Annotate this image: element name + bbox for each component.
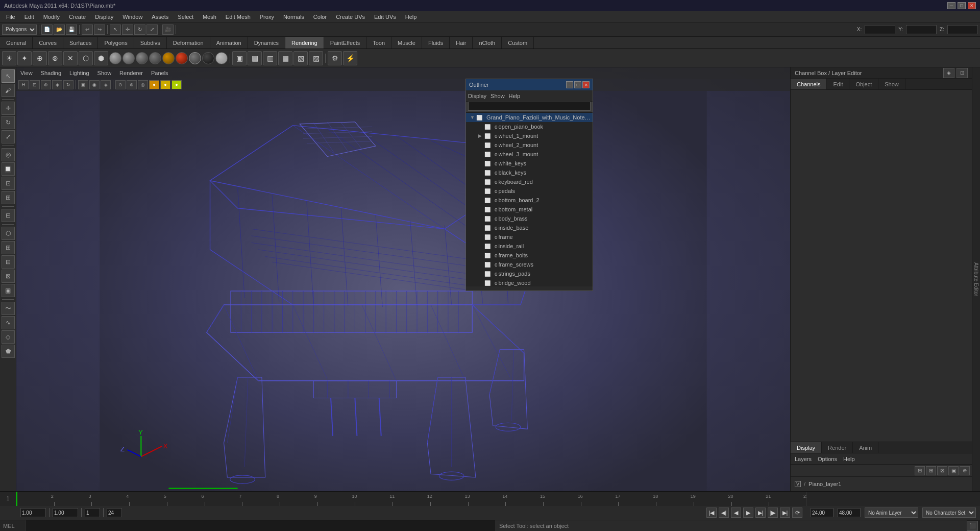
shelf-icon-4[interactable]: ⊗: [48, 51, 62, 65]
layers-icon-2[interactable]: ⊞: [926, 466, 936, 475]
ch-tab-channels[interactable]: Channels: [791, 79, 827, 89]
mode-selector[interactable]: Polygons: [2, 25, 37, 35]
ch-icon-2[interactable]: ⊡: [957, 68, 968, 78]
tab-polygons[interactable]: Polygons: [98, 37, 134, 49]
z-coord-input[interactable]: [947, 25, 978, 34]
outliner-item-11[interactable]: ⬜o body_brass: [466, 214, 593, 223]
shelf-icon-misc1[interactable]: ⚙: [328, 51, 342, 65]
mel-extra-btn[interactable]: ⬛: [967, 521, 978, 531]
ch-tab-show[interactable]: Show: [878, 79, 905, 89]
loop-button[interactable]: ⟳: [792, 508, 802, 518]
outliner-item-16[interactable]: ⬜o frame_screws: [466, 260, 593, 269]
vp-btn-1[interactable]: H: [18, 80, 29, 89]
character-set-select[interactable]: No Character Set: [922, 508, 976, 518]
vp-btn-2[interactable]: ⊡: [30, 80, 40, 89]
end-frame-input[interactable]: [107, 508, 122, 517]
shelf-icon-sphere9[interactable]: [215, 52, 228, 64]
tab-curves[interactable]: Curves: [33, 37, 63, 49]
frame-step-input[interactable]: [85, 508, 100, 517]
shelf-icon-render4[interactable]: ▦: [278, 51, 292, 65]
shelf-icon-sphere3[interactable]: [136, 52, 148, 64]
view-tool2[interactable]: ⊞: [2, 241, 15, 254]
tab-toon[interactable]: Toon: [366, 37, 391, 49]
outliner-item-12[interactable]: ⬜o inside_base: [466, 223, 593, 232]
vp-textured[interactable]: ◈: [101, 80, 111, 89]
shelf-icon-1[interactable]: ☀: [2, 51, 16, 65]
tab-fluids[interactable]: Fluids: [422, 37, 450, 49]
ch-tab-object[interactable]: Object: [849, 79, 878, 89]
timeline-ruler[interactable]: 12345678910111213141516171819202122: [16, 492, 806, 506]
menu-normals[interactable]: Normals: [279, 13, 308, 21]
viewport-menu-panels[interactable]: Panels: [151, 70, 168, 76]
menu-select[interactable]: Select: [174, 13, 198, 21]
shelf-icon-render6[interactable]: ▨: [309, 51, 323, 65]
play-button[interactable]: ▶: [743, 508, 753, 518]
surface-tool[interactable]: ∿: [2, 316, 15, 329]
shelf-icon-sphere4[interactable]: [149, 52, 161, 64]
tab-custom[interactable]: Custom: [502, 37, 534, 49]
shelf-icon-misc2[interactable]: ⚡: [343, 51, 357, 65]
outliner-item-10[interactable]: ⬜o bottom_metal: [466, 205, 593, 214]
outliner-item-5[interactable]: ⬜o white_keys: [466, 159, 593, 168]
layers-menu-help[interactable]: Help: [843, 456, 855, 462]
show-manipulator[interactable]: ⊟: [2, 209, 15, 222]
shelf-icon-sphere[interactable]: [109, 52, 121, 64]
rotate-tool[interactable]: ↻: [2, 116, 15, 129]
lasso-tool[interactable]: ⊡: [2, 177, 15, 190]
shelf-icon-5[interactable]: ✕: [63, 51, 78, 65]
move-tool[interactable]: ✛: [2, 102, 15, 115]
outliner-scrollbar[interactable]: [466, 286, 593, 291]
menu-help[interactable]: Help: [401, 13, 421, 21]
menu-color[interactable]: Color: [309, 13, 331, 21]
menu-window[interactable]: Window: [118, 13, 146, 21]
playback-speed-input[interactable]: [53, 508, 78, 517]
outliner-menu-help[interactable]: Help: [509, 93, 521, 99]
shelf-icon-2[interactable]: ✦: [17, 51, 32, 65]
menu-edit-uvs[interactable]: Edit UVs: [370, 13, 400, 21]
tab-animation[interactable]: Animation: [210, 37, 248, 49]
menu-display[interactable]: Display: [91, 13, 117, 21]
vp-light6[interactable]: ●: [172, 80, 182, 89]
outliner-item-18[interactable]: ⬜o bridge_wood: [466, 278, 593, 286]
undo-button[interactable]: ↩: [82, 25, 93, 35]
outliner-menu-show[interactable]: Show: [491, 93, 505, 99]
shelf-icon-render5[interactable]: ▧: [293, 51, 308, 65]
vp-light5[interactable]: ●: [160, 80, 170, 89]
shelf-icon-sphere2[interactable]: [122, 52, 135, 64]
tab-painteffects[interactable]: PaintEffects: [324, 37, 367, 49]
shelf-icon-sphere8[interactable]: [202, 52, 214, 64]
tab-hair[interactable]: Hair: [450, 37, 473, 49]
view-tool3[interactable]: ⊟: [2, 255, 15, 269]
snap-tool[interactable]: 🔲: [2, 162, 15, 176]
vp-smooth[interactable]: ◉: [89, 80, 100, 89]
vp-btn-5[interactable]: ↻: [63, 80, 74, 89]
vp-btn-cam[interactable]: ⊕: [41, 80, 51, 89]
y-coord-input[interactable]: [906, 25, 937, 34]
new-file-button[interactable]: 📄: [41, 25, 53, 35]
go-start-button[interactable]: |◀: [706, 508, 717, 518]
outliner-item-6[interactable]: ⬜o black_keys: [466, 168, 593, 177]
next-frame-button[interactable]: ▶|: [755, 508, 766, 518]
menu-modify[interactable]: Modify: [39, 13, 64, 21]
shelf-icon-render1[interactable]: ▣: [232, 51, 247, 65]
ch-icon-1[interactable]: ◈: [943, 68, 954, 78]
shelf-icon-render2[interactable]: ▤: [248, 51, 262, 65]
vp-light1[interactable]: ⊙: [115, 80, 126, 89]
redo-button[interactable]: ↪: [94, 25, 105, 35]
prev-frame-button[interactable]: ◀: [731, 508, 741, 518]
paint-tool[interactable]: 🖌: [2, 84, 15, 97]
outliner-item-2[interactable]: ▶⬜o wheel_1_mount: [466, 131, 593, 140]
attribute-editor-strip[interactable]: Attribute Editor: [972, 67, 980, 491]
vp-light3[interactable]: ◎: [138, 80, 148, 89]
view-tool5[interactable]: ▣: [2, 284, 15, 297]
outliner-item-13[interactable]: ⬜o frame: [466, 232, 593, 242]
anim-start-input[interactable]: [811, 508, 834, 517]
select-tool[interactable]: ↖: [2, 69, 15, 83]
outliner-item-0[interactable]: ▼⬜Grand_Piano_Fazioli_with_Music_Notes_B…: [466, 113, 593, 122]
prev-key-button[interactable]: ◀|: [719, 508, 729, 518]
outliner-menu-display[interactable]: Display: [468, 93, 486, 99]
shelf-icon-sphere6[interactable]: [176, 52, 188, 64]
menu-create-uvs[interactable]: Create UVs: [332, 13, 369, 21]
viewport-menu-renderer[interactable]: Renderer: [119, 70, 143, 76]
open-file-button[interactable]: 📂: [54, 25, 65, 35]
